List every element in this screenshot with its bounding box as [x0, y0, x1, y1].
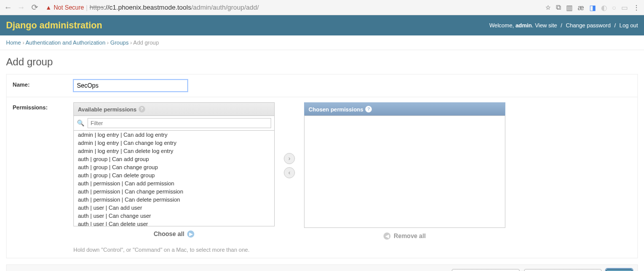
logout-link[interactable]: Log out [619, 22, 638, 28]
separator: | [86, 4, 88, 11]
remove-button[interactable]: ‹ [284, 167, 295, 178]
group-fieldset: Name: Permissions: Available permissions… [6, 74, 638, 258]
back-icon[interactable]: ← [4, 4, 12, 12]
remove-all-icon: ◀ [383, 233, 391, 240]
choose-all-footer: Choose all ▶ [73, 226, 275, 242]
permissions-label: Permissions: [13, 102, 73, 110]
permission-item[interactable]: admin | log entry | Can change log entry [74, 139, 274, 147]
chosen-list[interactable] [304, 115, 505, 228]
chosen-header-text: Chosen permissions [309, 106, 363, 112]
permission-item[interactable]: auth | user | Can add user [74, 204, 274, 212]
user-tools: Welcome, admin. View site / Change passw… [489, 22, 638, 28]
page-title: Add group [6, 56, 638, 68]
permission-item[interactable]: auth | user | Can delete user [74, 220, 274, 226]
available-header-text: Available permissions [78, 106, 137, 112]
breadcrumb-auth[interactable]: Authentication and Authorization [26, 40, 106, 46]
not-secure-text: Not Secure [54, 4, 84, 11]
available-list[interactable]: admin | log entry | Can add log entryadm… [73, 130, 275, 226]
remove-all-footer: ◀ Remove all [304, 228, 505, 244]
permission-item[interactable]: auth | group | Can change group [74, 163, 274, 171]
save-button[interactable]: Save [606, 269, 632, 271]
permissions-row: Permissions: Available permissions ? 🔍 a… [7, 97, 637, 258]
name-row: Name: [7, 74, 637, 97]
welcome-text: Welcome, [489, 22, 514, 28]
chosen-header: Chosen permissions ? [304, 102, 505, 115]
breadcrumb-current: Add group [133, 40, 159, 46]
permission-item[interactable]: auth | permission | Can change permissio… [74, 187, 274, 196]
change-password-link[interactable]: Change password [566, 22, 611, 28]
name-label: Name: [13, 80, 73, 88]
permission-selector: Available permissions ? 🔍 admin | log en… [73, 102, 631, 244]
remove-all-link[interactable]: ◀ Remove all [383, 233, 425, 240]
help-icon[interactable]: ? [365, 106, 372, 112]
url-text: https://c1.phoenix.beastmode.tools/admin… [90, 4, 259, 11]
save-add-another-button[interactable]: Save and add another [452, 269, 520, 271]
warning-icon: ▲ [46, 4, 52, 11]
reload-icon[interactable]: ⟳ [30, 4, 38, 12]
profile-icon[interactable]: ▭ [621, 4, 628, 12]
available-header: Available permissions ? [73, 102, 275, 115]
cast-icon[interactable]: ⧉ [556, 3, 561, 12]
search-icon: 🔍 [77, 120, 84, 127]
extension-icons: ⧉ ▥ æ ◨ ◐ ○ ▭ ⋮ [556, 3, 640, 12]
available-column: Available permissions ? 🔍 admin | log en… [73, 102, 275, 242]
chosen-column: Chosen permissions ? ◀ Remove all [304, 102, 505, 244]
permission-item[interactable]: auth | group | Can delete group [74, 171, 274, 179]
permission-item[interactable]: auth | permission | Can add permission [74, 179, 274, 187]
view-site-link[interactable]: View site [535, 22, 557, 28]
username: admin [516, 22, 532, 28]
admin-header: Django administration Welcome, admin. Vi… [0, 15, 644, 35]
circle-icon[interactable]: ○ [612, 4, 616, 12]
breadcrumb-home[interactable]: Home [6, 40, 21, 46]
filter-input[interactable] [88, 118, 271, 128]
permission-item[interactable]: admin | log entry | Can delete log entry [74, 147, 274, 155]
permission-item[interactable]: auth | user | Can change user [74, 212, 274, 220]
chooser-arrows: › ‹ [284, 102, 295, 178]
help-text: Hold down "Control", or "Command" on a M… [73, 247, 631, 253]
permission-item[interactable]: admin | log entry | Can add log entry [74, 131, 274, 139]
menu-icon[interactable]: ⋮ [633, 4, 640, 12]
permission-item[interactable]: auth | group | Can add group [74, 155, 274, 163]
browser-toolbar: ← → ⟳ ▲ Not Secure | https://c1.phoenix.… [0, 0, 644, 15]
breadcrumb-groups[interactable]: Groups [110, 40, 128, 46]
name-input[interactable] [73, 80, 188, 92]
not-secure-badge: ▲ Not Secure [46, 4, 84, 11]
choose-all-link[interactable]: Choose all ▶ [154, 230, 195, 238]
site-title: Django administration [6, 20, 102, 31]
permission-item[interactable]: auth | permission | Can delete permissio… [74, 196, 274, 204]
filter-row: 🔍 [73, 115, 275, 130]
add-button[interactable]: › [284, 153, 295, 164]
breadcrumb: Home › Authentication and Authorization … [0, 35, 644, 50]
translate-icon[interactable]: ◨ [589, 4, 596, 12]
submit-row: Save and add another Save and continue e… [6, 264, 638, 271]
ae-icon[interactable]: æ [578, 4, 584, 12]
spinner-icon[interactable]: ◐ [601, 4, 607, 12]
address-bar[interactable]: ▲ Not Secure | https://c1.phoenix.beastm… [44, 2, 540, 13]
bookmark-star-icon[interactable]: ☆ [545, 4, 551, 11]
notes-icon[interactable]: ▥ [566, 4, 573, 12]
forward-icon[interactable]: → [17, 4, 25, 12]
save-continue-button[interactable]: Save and continue editing [524, 269, 602, 271]
choose-all-icon: ▶ [187, 230, 194, 238]
help-icon[interactable]: ? [139, 106, 145, 112]
